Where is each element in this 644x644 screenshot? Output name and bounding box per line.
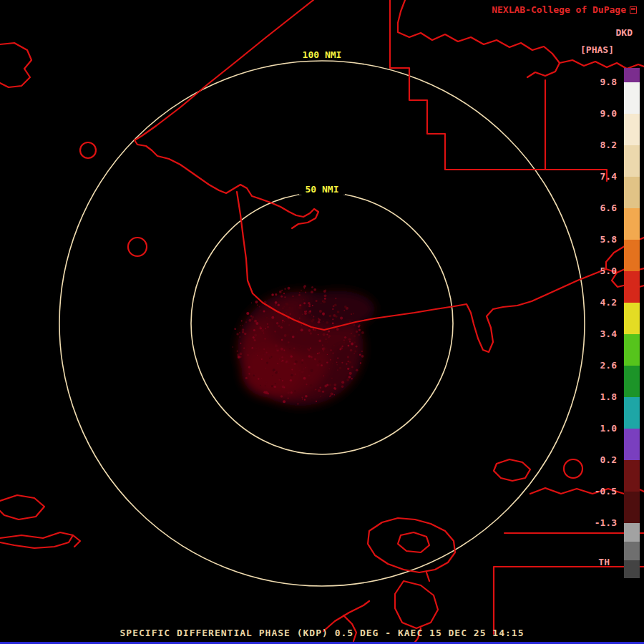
echo-dot — [275, 383, 276, 384]
echo-dot — [323, 350, 325, 352]
colorbar-tick-label: 9.8 — [600, 77, 617, 88]
range-ring-labels: 100 NMI 50 NMI — [295, 49, 349, 195]
colorbar-tick-label: 5.8 — [600, 234, 617, 245]
echo-dot — [283, 400, 286, 403]
echo-dot — [236, 333, 238, 335]
echo-dot — [306, 311, 307, 312]
echo-dot — [318, 389, 321, 392]
echo-dot — [283, 386, 285, 388]
echo-dot — [252, 347, 254, 349]
echo-dot — [255, 348, 257, 349]
echo-dot — [303, 377, 306, 380]
echo-dot — [329, 396, 331, 397]
echo-dot — [348, 376, 351, 379]
echo-dot — [279, 366, 281, 368]
echo-dot — [322, 345, 323, 346]
echo-dot — [311, 369, 313, 372]
echo-dot — [286, 312, 287, 313]
colorbar-tick-label: 4.2 — [600, 297, 617, 308]
echo-dot — [354, 351, 356, 353]
echo-dot — [331, 349, 332, 351]
echo-dot — [242, 331, 244, 333]
echo-dot — [351, 343, 353, 346]
echo-dot — [253, 329, 255, 331]
echo-dot — [333, 306, 335, 308]
echo-dot — [255, 353, 257, 354]
echo-dot — [301, 328, 303, 331]
echo-dot — [289, 313, 291, 316]
echo-dot — [299, 318, 301, 319]
echo-dot — [287, 334, 289, 336]
echo-dot — [263, 311, 265, 313]
echo-dot — [322, 312, 325, 315]
boundary-southeast — [494, 533, 644, 634]
echo-dot — [312, 305, 313, 306]
echo-dot — [333, 314, 336, 317]
colorbar-tick-label: 8.2 — [600, 140, 617, 151]
echo-dot — [319, 310, 322, 313]
echo-dot — [333, 326, 334, 326]
echo-dot — [303, 368, 304, 369]
echo-dot — [301, 290, 302, 291]
echo-dot — [316, 300, 318, 302]
echo-dot — [242, 325, 243, 326]
echo-dot — [245, 377, 248, 379]
echo-dot — [303, 339, 305, 341]
echo-dot — [299, 292, 301, 293]
coastline-northwest — [135, 0, 318, 228]
echo-dot — [361, 351, 363, 352]
echo-dot — [238, 356, 240, 358]
echo-dot — [310, 332, 312, 334]
echo-dot — [272, 375, 273, 376]
echo-dot — [280, 395, 283, 397]
lake-shore-south — [368, 518, 455, 572]
colorbar-segment — [624, 177, 640, 208]
echo-dot — [288, 367, 290, 369]
colorbar-segment — [624, 208, 640, 240]
echo-dot — [332, 363, 333, 364]
echo-dot — [293, 348, 296, 350]
echo-dot — [273, 387, 274, 388]
echo-dot — [318, 343, 319, 345]
echo-dot — [258, 348, 260, 349]
colorbar-tick-label: 0.2 — [600, 454, 617, 466]
echo-dot — [261, 329, 264, 332]
colorbar-segment — [624, 523, 640, 542]
echo-dot — [280, 296, 283, 298]
echo-dot — [291, 374, 293, 376]
echo-dot — [322, 348, 324, 350]
echo-dot — [265, 338, 266, 340]
echo-dot — [281, 339, 283, 341]
echo-dot — [295, 374, 296, 374]
echo-dot — [291, 391, 293, 394]
echo-dot — [318, 352, 320, 353]
echo-dot — [297, 331, 298, 333]
colorbar-tick-label: -0.5 — [595, 486, 617, 497]
echo-dot — [353, 341, 356, 343]
island-southeast — [494, 459, 530, 481]
echo-dot — [303, 286, 305, 288]
echo-dot — [308, 302, 311, 305]
lake-circle-e — [564, 459, 582, 478]
echo-dot — [292, 336, 295, 338]
echo-dot — [323, 300, 326, 303]
echo-dot — [265, 391, 268, 394]
echo-dot — [336, 362, 338, 364]
echo-dot — [351, 313, 352, 315]
echo-dot — [324, 351, 325, 351]
product-code-label: DKD — [616, 27, 633, 38]
echo-dot — [271, 316, 274, 319]
echo-dot — [286, 344, 288, 346]
echo-dot — [361, 355, 364, 358]
echo-dot — [332, 318, 333, 320]
echo-dot — [260, 385, 261, 386]
echo-dot — [308, 349, 310, 351]
colorbar-segment — [624, 366, 640, 397]
brand-text: NEXLAB-College of DuPage — [492, 4, 626, 15]
colorbar-tick-label: 5.0 — [600, 265, 617, 277]
echo-dot — [305, 292, 306, 293]
echo-dot — [344, 306, 347, 308]
colorbar-segment — [624, 303, 640, 334]
echo-dot — [333, 353, 334, 354]
echo-dot — [325, 290, 326, 291]
